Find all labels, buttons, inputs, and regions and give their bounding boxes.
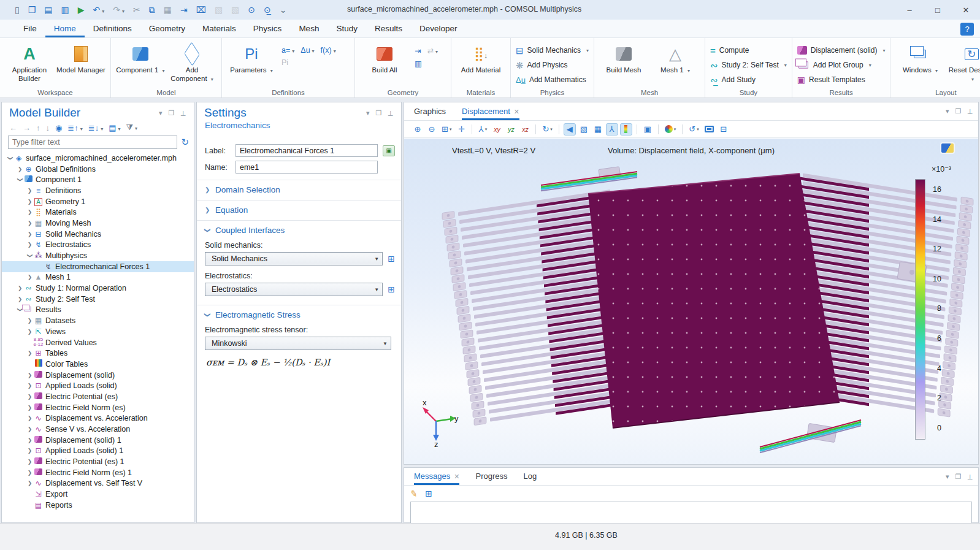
add-electrostatics-interface-icon[interactable]: ⊞	[388, 285, 395, 294]
add-physics-button[interactable]: ❋Add Physics	[516, 59, 589, 71]
application-builder-button[interactable]: AApplication Builder	[5, 42, 54, 83]
default-3d-view-icon[interactable]: ⅄▾	[477, 123, 489, 136]
run-icon[interactable]: ▶	[78, 6, 85, 14]
ribbon-tab-geometry[interactable]: Geometry	[140, 21, 194, 37]
tree-chevron-icon[interactable]: ❯	[26, 448, 33, 454]
scene-light-icon[interactable]: ◀	[564, 123, 576, 136]
save-file[interactable]: ▤	[44, 6, 52, 14]
messages-tab-messages[interactable]: Messages✕	[414, 472, 459, 485]
tree-chevron-icon[interactable]: ❯	[17, 296, 23, 302]
rotate-icon[interactable]: ↻▾	[540, 123, 554, 136]
close-button[interactable]: ✕	[952, 0, 980, 20]
ribbon-tab-physics[interactable]: Physics	[245, 21, 291, 37]
view-yz-icon[interactable]: yz	[505, 123, 517, 136]
transparency-icon[interactable]: ▧	[578, 123, 590, 136]
result-templates-button[interactable]: ▣Result Templates	[797, 74, 886, 86]
ribbon-tab-study[interactable]: Study	[327, 21, 366, 37]
refresh-icon[interactable]: ↻	[181, 137, 189, 148]
tree-node[interactable]: ❯⁂Multiphysics	[2, 250, 194, 261]
view-xy-icon[interactable]: xy	[491, 123, 503, 136]
tree-node[interactable]: ❯Electric Field Norm (es)	[2, 402, 194, 413]
ribbon-tab-file[interactable]: File	[15, 21, 45, 37]
tree-node[interactable]: ❯AGeometry 1	[2, 196, 194, 207]
paste-icon[interactable]: ▦	[164, 6, 172, 14]
panel-menu-icon[interactable]: ▾	[159, 109, 163, 117]
panel-pin-icon[interactable]: ⊤	[967, 473, 973, 481]
tree-chevron-icon[interactable]: ❯	[26, 372, 33, 378]
copy-icon[interactable]: ⧉	[149, 6, 155, 14]
undo-icon[interactable]: ↶▾	[93, 6, 105, 14]
close-tab-icon[interactable]: ✕	[514, 108, 519, 115]
zoom-in-icon[interactable]: ⊕	[412, 123, 424, 136]
add-study-button[interactable]: ∾̲Add Study	[710, 74, 787, 86]
variables-button[interactable]: a=▾	[278, 44, 297, 56]
move-up-icon[interactable]: ↑	[36, 123, 40, 132]
section-coupled-interfaces[interactable]: ❯Coupled Interfaces Solid mechanics: Sol…	[197, 220, 401, 297]
tree-chevron-icon[interactable]: ❯	[26, 188, 33, 194]
tree-node[interactable]: ❯Displacement (solid)	[2, 370, 194, 381]
cut-icon[interactable]: ✂	[133, 6, 140, 14]
tree-chevron-icon[interactable]: ❯	[26, 318, 33, 324]
graphics-canvas[interactable]: VtestL=0 V, VtestR=2 V Volume: Displacem…	[404, 139, 978, 464]
stress-tensor-combo[interactable]: Minkowski▼	[205, 337, 391, 350]
panel-float-icon[interactable]: ❐	[169, 109, 175, 117]
collapse-all-icon[interactable]: ≣↓▾	[88, 123, 103, 132]
study-2-self-test-button-button[interactable]: ∾Study 2: Self Test▾	[710, 59, 787, 71]
name-input[interactable]	[235, 161, 378, 174]
maximize-button[interactable]: □	[924, 0, 952, 20]
panel-float-icon[interactable]: ❐	[955, 473, 962, 481]
tree-node[interactable]: ❯▲Mesh 1	[2, 272, 194, 283]
graphics-tab-graphics[interactable]: Graphics	[414, 107, 446, 120]
tree-node[interactable]: ❯⊕Global Definitions	[2, 164, 194, 175]
tree-chevron-icon[interactable]: ❯	[26, 220, 33, 226]
panel-menu-icon[interactable]: ▾	[366, 109, 370, 117]
tree-node[interactable]: ❯Displacement (solid) 1	[2, 435, 194, 446]
windows-button[interactable]: Windows ▾	[895, 42, 944, 74]
ribbon-tab-home[interactable]: Home	[45, 21, 85, 37]
help-button[interactable]: ?	[960, 23, 974, 36]
tree-chevron-icon[interactable]: ❯	[27, 253, 33, 259]
tree-node[interactable]: ❯∾Study 1: Normal Operation	[2, 283, 194, 294]
save-search-file[interactable]: ▥	[61, 6, 69, 14]
tree-chevron-icon[interactable]: ❯	[26, 405, 33, 411]
tree-node[interactable]: ❯Results	[2, 305, 194, 316]
panel-pin-icon[interactable]: ⊤	[180, 109, 186, 117]
label-options-button[interactable]: ▣	[383, 145, 395, 156]
tree-node[interactable]: ❯⊟Solid Mechanics	[2, 229, 194, 240]
tree-node[interactable]: ❯⣿Materials	[2, 207, 194, 218]
tree-node[interactable]: ❯Component 1	[2, 174, 194, 185]
solid-mechanics-combo[interactable]: Solid Mechanics▼	[205, 252, 383, 265]
tree-chevron-icon[interactable]: ❯	[17, 166, 23, 172]
tree-chevron-icon[interactable]: ❯	[26, 415, 33, 421]
component-1-button[interactable]: Component 1 ▾	[116, 42, 165, 74]
label-input[interactable]	[235, 144, 378, 157]
tree-node[interactable]: ❯⊡Applied Loads (solid) 1	[2, 446, 194, 457]
tree-chevron-icon[interactable]: ❯	[26, 199, 33, 205]
grid-icon[interactable]: ▦	[592, 123, 604, 136]
tree-node[interactable]: Color Tables	[2, 359, 194, 370]
add-mathematics-button[interactable]: Δu̲Add Mathematics	[516, 74, 589, 86]
tree-node[interactable]: ▤Reports	[2, 500, 194, 511]
displacement-solid-button-button[interactable]: Displacement (solid)▾	[797, 44, 886, 56]
view-xz-icon[interactable]: xz	[519, 123, 531, 136]
duplicate-icon[interactable]: ⇥	[180, 6, 188, 14]
clear-messages-icon[interactable]: ✎	[410, 488, 418, 499]
compute-button[interactable]: =Compute	[710, 44, 787, 56]
toolbar-overflow-icon[interactable]: ⌄	[280, 6, 287, 14]
tree-chevron-icon[interactable]: ❯	[26, 426, 33, 432]
ribbon-tab-developer[interactable]: Developer	[411, 21, 466, 37]
panel-float-icon[interactable]: ❐	[955, 107, 962, 115]
tree-node[interactable]: ❯∾Study 2: Self Test	[2, 294, 194, 305]
tree-node[interactable]: ❯↯Electrostatics	[2, 240, 194, 251]
lock-camera-icon[interactable]: ▣	[641, 123, 654, 136]
ribbon-tab-definitions[interactable]: Definitions	[85, 21, 140, 37]
section-domain-selection[interactable]: ❯Domain Selection	[197, 180, 401, 196]
tree-chevron-icon[interactable]: ❯	[26, 350, 33, 356]
tree-node[interactable]: ↯Electromechanical Forces 1	[2, 261, 194, 272]
axis-orientation-icon[interactable]: ⅄	[606, 123, 618, 136]
solid-mechanics-interface-button[interactable]: ⊟Solid Mechanics▾	[516, 44, 589, 56]
section-electromagnetic-stress[interactable]: ❯Electromagnetic Stress Electromagnetic …	[197, 305, 401, 369]
expand-all-icon[interactable]: ≣↑▾	[67, 123, 82, 132]
virtual-operations-button[interactable]: ▥	[412, 57, 425, 70]
add-material-button[interactable]: ⣿↓Add Material	[456, 42, 505, 74]
